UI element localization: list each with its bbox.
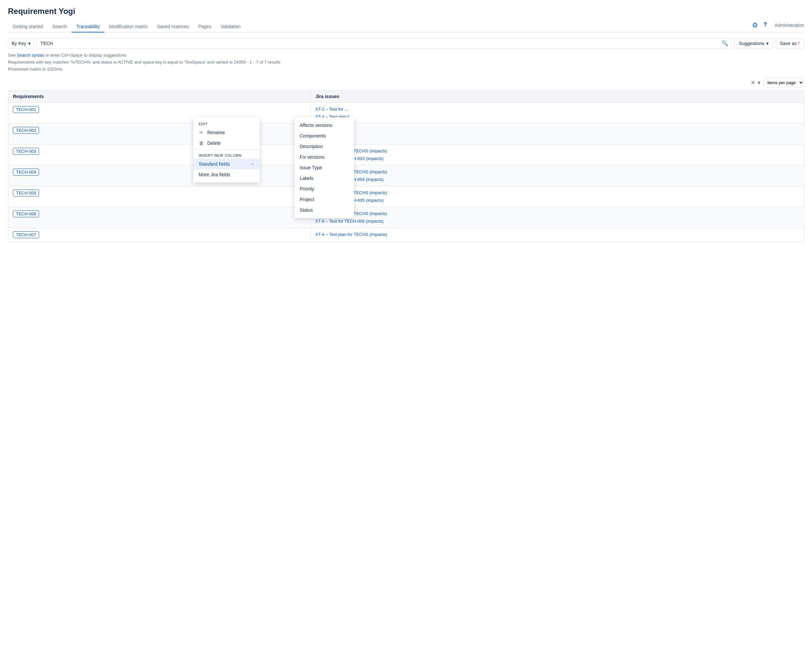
issue-link[interactable]: XT-8 – Test for TECH-006 (impacts) xyxy=(315,219,799,224)
more-jira-fields-menu-item[interactable]: More Jira fields xyxy=(193,169,260,180)
issues-cell: XT-4 – Test plan f...XT-3 – Test for TE.… xyxy=(310,124,804,144)
fields-dropdown-item[interactable]: Fix versions xyxy=(294,152,354,162)
items-per-page-select[interactable]: items per page 10 25 50 xyxy=(763,78,804,87)
more-jira-fields-label: More Jira fields xyxy=(199,172,230,177)
req-badge[interactable]: TECH-003 xyxy=(13,148,39,155)
issue-link[interactable]: XT-4 – Test plan f... xyxy=(315,128,799,133)
edit-section-label: EDIT xyxy=(193,120,260,127)
req-cell: TECH-001 xyxy=(8,103,310,124)
req-cell: TECH-005 xyxy=(8,186,310,207)
req-badge[interactable]: TECH-004 xyxy=(13,169,39,176)
table-row: TECH-007XT-4 – Test plan for TECHS (impa… xyxy=(8,228,804,242)
search-input[interactable] xyxy=(40,41,720,46)
table-row: TECH-001XT-2 – Test for ...XT-4 – Test p… xyxy=(8,103,804,124)
table-row: TECH-005XT-4 – Test plan for TECHS (impa… xyxy=(8,186,804,207)
issues-cell: XT-4 – Test plan for TECHS (impacts)XT-8… xyxy=(310,207,804,228)
issue-link[interactable]: XT-4 – Test plan f... xyxy=(315,114,799,119)
nav-item-pages[interactable]: Pages xyxy=(193,21,216,32)
rename-label: Rename xyxy=(207,130,225,135)
nav-item-modification-matrix[interactable]: Modification matrix xyxy=(104,21,152,32)
column-header-bar: ✕ ▾ items per page 10 25 50 xyxy=(8,78,804,87)
col-header-requirements: Requirements xyxy=(8,90,310,103)
search-bar: By Key ▾ 🔍 Suggestions ▾ Save as * xyxy=(8,38,804,49)
issues-cell: XT-4 – Test plan for TECHS (impacts)XT-5… xyxy=(310,144,804,165)
fields-dropdown-item[interactable]: Project xyxy=(294,194,354,205)
help-icon[interactable]: ? xyxy=(763,21,771,29)
table-row: TECH-004XT-4 – Test plan for TECHS (impa… xyxy=(8,165,804,186)
issue-link[interactable]: XT-5 – Test for TECH-003 (impacts) xyxy=(315,156,799,161)
fields-dropdown-item[interactable]: Labels xyxy=(294,173,354,184)
fields-dropdown-item[interactable]: Priority xyxy=(294,184,354,194)
info-hint-text: or enter Ctrl+Space to display suggestio… xyxy=(45,53,127,58)
context-menu-divider xyxy=(193,150,260,150)
gear-icon[interactable]: ⚙ xyxy=(752,21,760,29)
req-cell: TECH-004 xyxy=(8,165,310,186)
fields-dropdown-item[interactable]: Description xyxy=(294,141,354,152)
matrix-table: RequirementsJira issues TECH-001XT-2 – T… xyxy=(8,90,804,242)
nav-item-traceability[interactable]: Traceability xyxy=(71,21,104,32)
issue-link[interactable]: XT-4 – Test plan for TECHS (impacts) xyxy=(315,211,799,216)
standard-fields-menu-item[interactable]: Standard fields → xyxy=(193,159,260,169)
filter-type-select[interactable]: By Key ▾ xyxy=(8,38,34,48)
table-row: TECH-006XT-4 – Test plan for TECHS (impa… xyxy=(8,207,804,228)
fields-dropdown-item[interactable]: Affects versions xyxy=(294,120,354,130)
rename-icon: ✏ xyxy=(199,130,204,135)
fields-dropdown-item[interactable]: Issue Type xyxy=(294,162,354,173)
req-cell: TECH-003 xyxy=(8,144,310,165)
app-title: Requirement Yogi xyxy=(8,6,804,16)
rename-menu-item[interactable]: ✏ Rename xyxy=(193,127,260,138)
nav-item-search[interactable]: Search xyxy=(48,21,71,32)
chevron-down-icon[interactable]: ▾ xyxy=(758,79,760,86)
issue-link[interactable]: XT-4 – Test plan for TECHS (impacts) xyxy=(315,190,799,195)
info-processed-text: Processed matrix in 1023ms xyxy=(8,67,62,71)
filter-type-chevron: ▾ xyxy=(28,41,30,46)
nav-items-left: Getting startedSearchTraceabilityModific… xyxy=(8,21,752,32)
filter-type-label: By Key xyxy=(12,41,26,46)
req-cell: TECH-006 xyxy=(8,207,310,228)
issue-link[interactable]: XT-7 – Test for TECH-005 (impacts) xyxy=(315,198,799,203)
standard-fields-label: Standard fields xyxy=(199,161,230,167)
arrow-right-icon: → xyxy=(250,161,254,167)
top-nav: Getting startedSearchTraceabilityModific… xyxy=(8,21,804,32)
issue-link[interactable]: XT-3 – Test for TE... xyxy=(315,135,799,140)
fields-dropdown-item[interactable]: Status xyxy=(294,205,354,215)
info-section: See Search syntax or enter Ctrl+Space to… xyxy=(8,52,804,73)
req-badge[interactable]: TECH-001 xyxy=(13,106,39,113)
issues-cell: XT-4 – Test plan for TECHS (impacts) xyxy=(310,228,804,242)
main-content: By Key ▾ 🔍 Suggestions ▾ Save as * See S… xyxy=(8,38,804,242)
nav-item-saved-matrices[interactable]: Saved matrices xyxy=(152,21,193,32)
req-badge[interactable]: TECH-002 xyxy=(13,127,39,134)
issue-link[interactable]: XT-6 – Test for TECH-004 (impacts) xyxy=(315,177,799,182)
issue-link[interactable]: XT-4 – Test plan for TECHS (impacts) xyxy=(315,169,799,174)
nav-items-right: ⚙ ? Administration xyxy=(752,21,804,32)
table-row: TECH-003XT-4 – Test plan for TECHS (impa… xyxy=(8,144,804,165)
table-header-row: RequirementsJira issues xyxy=(8,90,804,103)
suggestions-button[interactable]: Suggestions ▾ xyxy=(734,38,773,48)
fields-dropdown-item[interactable]: Components xyxy=(294,130,354,141)
issues-cell: XT-4 – Test plan for TECHS (impacts)XT-6… xyxy=(310,165,804,186)
search-input-wrap: 🔍 xyxy=(37,38,732,49)
administration-link[interactable]: Administration xyxy=(775,22,804,28)
clear-icon[interactable]: ✕ xyxy=(751,79,755,86)
req-cell: TECH-007 xyxy=(8,228,310,242)
col-header-jira-issues: Jira issues xyxy=(310,90,804,103)
context-menu: EDIT ✏ Rename 🗑 Delete INSERT NEW COLUMN… xyxy=(193,117,260,182)
save-as-label: Save as xyxy=(780,41,797,46)
save-as-button[interactable]: Save as * xyxy=(776,38,804,48)
req-badge[interactable]: TECH-006 xyxy=(13,210,39,217)
delete-label: Delete xyxy=(207,141,220,146)
issue-link[interactable]: XT-4 – Test plan for TECHS (impacts) xyxy=(315,148,799,153)
suggestions-chevron: ▾ xyxy=(766,41,769,46)
req-badge[interactable]: TECH-005 xyxy=(13,189,39,197)
info-see-text: See xyxy=(8,53,17,58)
save-as-required-star: * xyxy=(798,41,800,46)
req-badge[interactable]: TECH-007 xyxy=(13,231,39,238)
nav-item-validation[interactable]: Validation xyxy=(216,21,245,32)
delete-menu-item[interactable]: 🗑 Delete xyxy=(193,138,260,148)
issue-link[interactable]: XT-4 – Test plan for TECHS (impacts) xyxy=(315,232,799,237)
issue-link[interactable]: XT-2 – Test for ... xyxy=(315,107,799,112)
search-syntax-link[interactable]: Search syntax xyxy=(17,53,44,58)
nav-item-getting-started[interactable]: Getting started xyxy=(8,21,48,32)
delete-icon: 🗑 xyxy=(199,141,204,146)
insert-section-label: INSERT NEW COLUMN xyxy=(193,151,260,159)
